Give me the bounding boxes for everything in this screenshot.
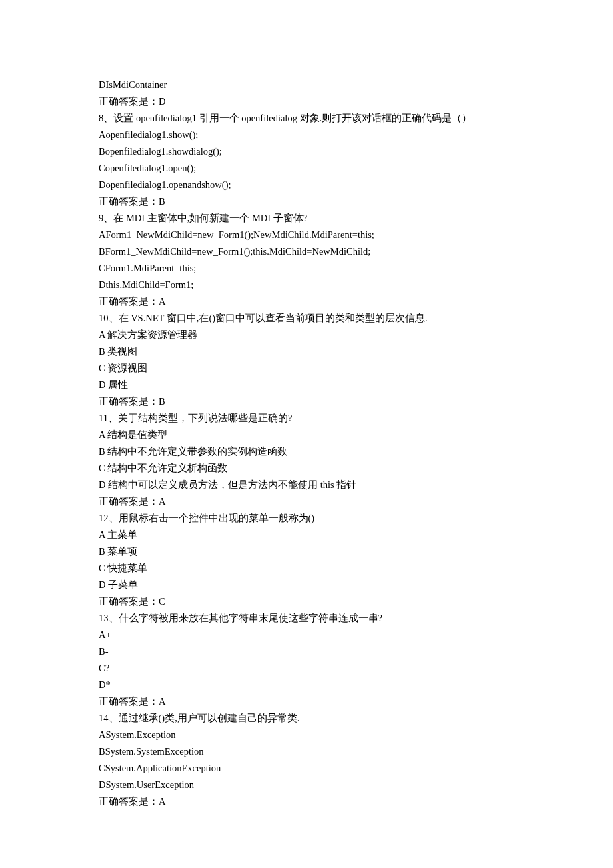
text-line: B 结构中不允许定义带参数的实例构造函数	[99, 443, 514, 460]
text-line: 正确答案是：A	[99, 693, 514, 710]
text-line: C?	[99, 660, 514, 677]
text-line: BSystem.SystemException	[99, 743, 514, 760]
text-line: D 属性	[99, 377, 514, 393]
text-line: A 结构是值类型	[99, 427, 514, 443]
text-line: 正确答案是：A	[99, 493, 514, 510]
text-line: B 菜单项	[99, 543, 514, 560]
text-line: Dopenfiledialog1.openandshow();	[99, 177, 514, 193]
text-line: B 类视图	[99, 343, 514, 360]
text-line: AForm1_NewMdiChild=new_Form1();NewMdiChi…	[99, 227, 514, 243]
text-line: C 结构中不允许定义析构函数	[99, 460, 514, 477]
text-line: ASystem.Exception	[99, 727, 514, 743]
text-line: 正确答案是：A	[99, 793, 514, 810]
text-line: 10、在 VS.NET 窗口中,在()窗口中可以查看当前项目的类和类型的层次信息…	[99, 310, 514, 327]
text-line: C 资源视图	[99, 360, 514, 377]
text-line: 正确答案是：A	[99, 293, 514, 310]
text-line: 正确答案是：D	[99, 93, 514, 110]
document-page: DIsMdiContainer 正确答案是：D 8、设置 openfiledia…	[0, 0, 613, 868]
text-line: A 主菜单	[99, 527, 514, 543]
text-line: BForm1_NewMdiChild=new_Form1();this.MdiC…	[99, 243, 514, 260]
text-line: DIsMdiContainer	[99, 77, 514, 93]
text-line: DSystem.UserException	[99, 777, 514, 793]
text-line: 12、用鼠标右击一个控件中出现的菜单一般称为()	[99, 510, 514, 527]
text-line: 11、关于结构类型，下列说法哪些是正确的?	[99, 410, 514, 427]
text-line: 9、在 MDI 主窗体中,如何新建一个 MDI 子窗体?	[99, 210, 514, 227]
text-line: Copenfiledialog1.open();	[99, 160, 514, 177]
text-line: Aopenfiledialog1.show();	[99, 127, 514, 143]
text-line: 13、什么字符被用来放在其他字符串末尾使这些字符串连成一串?	[99, 610, 514, 627]
text-line: 正确答案是：C	[99, 593, 514, 610]
text-line: A+	[99, 627, 514, 643]
text-line: 正确答案是：B	[99, 393, 514, 410]
text-line: Dthis.MdiChild=Form1;	[99, 277, 514, 293]
text-line: 14、通过继承()类,用户可以创建自己的异常类.	[99, 710, 514, 727]
text-line: 8、设置 openfiledialog1 引用一个 openfiledialog…	[99, 110, 514, 127]
text-line: 正确答案是：B	[99, 193, 514, 210]
text-line: B-	[99, 643, 514, 660]
text-line: CSystem.ApplicationException	[99, 760, 514, 777]
text-line: Bopenfiledialog1.showdialog();	[99, 143, 514, 160]
text-line: CForm1.MdiParent=this;	[99, 260, 514, 277]
text-line: D 子菜单	[99, 577, 514, 593]
text-line: D*	[99, 677, 514, 693]
text-line: C 快捷菜单	[99, 560, 514, 577]
text-line: D 结构中可以定义成员方法，但是方法内不能使用 this 指针	[99, 477, 514, 493]
text-line: A 解决方案资源管理器	[99, 327, 514, 343]
